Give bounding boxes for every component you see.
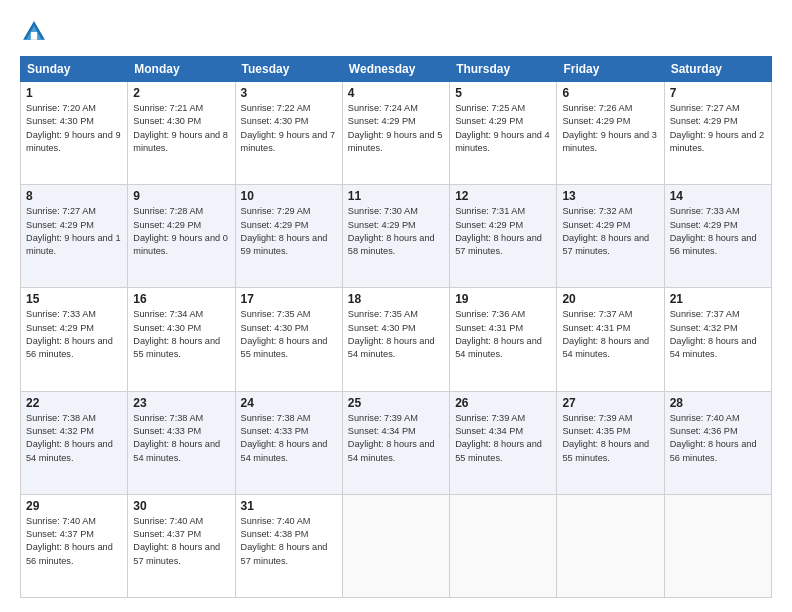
calendar-cell: 28 Sunrise: 7:40 AMSunset: 4:36 PMDaylig… xyxy=(664,391,771,494)
day-number: 17 xyxy=(241,292,337,306)
day-info: Sunrise: 7:39 AMSunset: 4:35 PMDaylight:… xyxy=(562,413,649,463)
calendar-cell: 21 Sunrise: 7:37 AMSunset: 4:32 PMDaylig… xyxy=(664,288,771,391)
day-number: 19 xyxy=(455,292,551,306)
day-info: Sunrise: 7:28 AMSunset: 4:29 PMDaylight:… xyxy=(133,206,228,256)
day-number: 14 xyxy=(670,189,766,203)
day-info: Sunrise: 7:26 AMSunset: 4:29 PMDaylight:… xyxy=(562,103,657,153)
calendar-cell: 27 Sunrise: 7:39 AMSunset: 4:35 PMDaylig… xyxy=(557,391,664,494)
day-number: 6 xyxy=(562,86,658,100)
day-info: Sunrise: 7:38 AMSunset: 4:32 PMDaylight:… xyxy=(26,413,113,463)
weekday-header-saturday: Saturday xyxy=(664,57,771,82)
calendar-cell: 7 Sunrise: 7:27 AMSunset: 4:29 PMDayligh… xyxy=(664,82,771,185)
day-number: 4 xyxy=(348,86,444,100)
day-info: Sunrise: 7:40 AMSunset: 4:38 PMDaylight:… xyxy=(241,516,328,566)
day-number: 3 xyxy=(241,86,337,100)
day-info: Sunrise: 7:40 AMSunset: 4:37 PMDaylight:… xyxy=(26,516,113,566)
day-info: Sunrise: 7:25 AMSunset: 4:29 PMDaylight:… xyxy=(455,103,550,153)
day-info: Sunrise: 7:36 AMSunset: 4:31 PMDaylight:… xyxy=(455,309,542,359)
day-info: Sunrise: 7:38 AMSunset: 4:33 PMDaylight:… xyxy=(241,413,328,463)
weekday-header-thursday: Thursday xyxy=(450,57,557,82)
calendar-cell: 22 Sunrise: 7:38 AMSunset: 4:32 PMDaylig… xyxy=(21,391,128,494)
calendar-cell: 30 Sunrise: 7:40 AMSunset: 4:37 PMDaylig… xyxy=(128,494,235,597)
day-number: 11 xyxy=(348,189,444,203)
calendar-page: SundayMondayTuesdayWednesdayThursdayFrid… xyxy=(0,0,792,612)
weekday-header-tuesday: Tuesday xyxy=(235,57,342,82)
day-info: Sunrise: 7:40 AMSunset: 4:36 PMDaylight:… xyxy=(670,413,757,463)
day-number: 27 xyxy=(562,396,658,410)
day-number: 24 xyxy=(241,396,337,410)
calendar-cell xyxy=(664,494,771,597)
day-number: 30 xyxy=(133,499,229,513)
day-number: 28 xyxy=(670,396,766,410)
day-info: Sunrise: 7:40 AMSunset: 4:37 PMDaylight:… xyxy=(133,516,220,566)
calendar-cell: 24 Sunrise: 7:38 AMSunset: 4:33 PMDaylig… xyxy=(235,391,342,494)
calendar-cell: 10 Sunrise: 7:29 AMSunset: 4:29 PMDaylig… xyxy=(235,185,342,288)
day-number: 13 xyxy=(562,189,658,203)
calendar-week-row: 22 Sunrise: 7:38 AMSunset: 4:32 PMDaylig… xyxy=(21,391,772,494)
day-info: Sunrise: 7:31 AMSunset: 4:29 PMDaylight:… xyxy=(455,206,542,256)
calendar-cell xyxy=(557,494,664,597)
calendar-cell: 26 Sunrise: 7:39 AMSunset: 4:34 PMDaylig… xyxy=(450,391,557,494)
calendar-cell: 13 Sunrise: 7:32 AMSunset: 4:29 PMDaylig… xyxy=(557,185,664,288)
calendar-week-row: 8 Sunrise: 7:27 AMSunset: 4:29 PMDayligh… xyxy=(21,185,772,288)
calendar-cell: 5 Sunrise: 7:25 AMSunset: 4:29 PMDayligh… xyxy=(450,82,557,185)
day-info: Sunrise: 7:39 AMSunset: 4:34 PMDaylight:… xyxy=(348,413,435,463)
day-info: Sunrise: 7:37 AMSunset: 4:31 PMDaylight:… xyxy=(562,309,649,359)
day-number: 12 xyxy=(455,189,551,203)
day-info: Sunrise: 7:35 AMSunset: 4:30 PMDaylight:… xyxy=(348,309,435,359)
day-info: Sunrise: 7:27 AMSunset: 4:29 PMDaylight:… xyxy=(26,206,121,256)
day-info: Sunrise: 7:34 AMSunset: 4:30 PMDaylight:… xyxy=(133,309,220,359)
calendar-week-row: 29 Sunrise: 7:40 AMSunset: 4:37 PMDaylig… xyxy=(21,494,772,597)
calendar-cell: 6 Sunrise: 7:26 AMSunset: 4:29 PMDayligh… xyxy=(557,82,664,185)
day-info: Sunrise: 7:29 AMSunset: 4:29 PMDaylight:… xyxy=(241,206,328,256)
logo-icon xyxy=(20,18,48,46)
day-number: 26 xyxy=(455,396,551,410)
weekday-header-friday: Friday xyxy=(557,57,664,82)
day-number: 23 xyxy=(133,396,229,410)
calendar-week-row: 15 Sunrise: 7:33 AMSunset: 4:29 PMDaylig… xyxy=(21,288,772,391)
calendar-cell: 16 Sunrise: 7:34 AMSunset: 4:30 PMDaylig… xyxy=(128,288,235,391)
calendar-cell: 1 Sunrise: 7:20 AMSunset: 4:30 PMDayligh… xyxy=(21,82,128,185)
calendar-cell: 2 Sunrise: 7:21 AMSunset: 4:30 PMDayligh… xyxy=(128,82,235,185)
calendar-cell: 12 Sunrise: 7:31 AMSunset: 4:29 PMDaylig… xyxy=(450,185,557,288)
day-number: 29 xyxy=(26,499,122,513)
calendar-cell: 9 Sunrise: 7:28 AMSunset: 4:29 PMDayligh… xyxy=(128,185,235,288)
weekday-header-sunday: Sunday xyxy=(21,57,128,82)
calendar-cell: 3 Sunrise: 7:22 AMSunset: 4:30 PMDayligh… xyxy=(235,82,342,185)
day-info: Sunrise: 7:37 AMSunset: 4:32 PMDaylight:… xyxy=(670,309,757,359)
calendar-cell: 14 Sunrise: 7:33 AMSunset: 4:29 PMDaylig… xyxy=(664,185,771,288)
day-info: Sunrise: 7:21 AMSunset: 4:30 PMDaylight:… xyxy=(133,103,228,153)
day-info: Sunrise: 7:33 AMSunset: 4:29 PMDaylight:… xyxy=(670,206,757,256)
day-info: Sunrise: 7:35 AMSunset: 4:30 PMDaylight:… xyxy=(241,309,328,359)
weekday-header-wednesday: Wednesday xyxy=(342,57,449,82)
calendar-cell: 18 Sunrise: 7:35 AMSunset: 4:30 PMDaylig… xyxy=(342,288,449,391)
day-number: 20 xyxy=(562,292,658,306)
day-number: 2 xyxy=(133,86,229,100)
logo xyxy=(20,18,52,46)
day-info: Sunrise: 7:32 AMSunset: 4:29 PMDaylight:… xyxy=(562,206,649,256)
calendar-table: SundayMondayTuesdayWednesdayThursdayFrid… xyxy=(20,56,772,598)
calendar-week-row: 1 Sunrise: 7:20 AMSunset: 4:30 PMDayligh… xyxy=(21,82,772,185)
calendar-cell: 29 Sunrise: 7:40 AMSunset: 4:37 PMDaylig… xyxy=(21,494,128,597)
day-number: 18 xyxy=(348,292,444,306)
calendar-cell xyxy=(450,494,557,597)
calendar-cell: 8 Sunrise: 7:27 AMSunset: 4:29 PMDayligh… xyxy=(21,185,128,288)
day-number: 1 xyxy=(26,86,122,100)
day-info: Sunrise: 7:39 AMSunset: 4:34 PMDaylight:… xyxy=(455,413,542,463)
calendar-cell: 17 Sunrise: 7:35 AMSunset: 4:30 PMDaylig… xyxy=(235,288,342,391)
calendar-cell: 4 Sunrise: 7:24 AMSunset: 4:29 PMDayligh… xyxy=(342,82,449,185)
calendar-cell: 15 Sunrise: 7:33 AMSunset: 4:29 PMDaylig… xyxy=(21,288,128,391)
day-info: Sunrise: 7:33 AMSunset: 4:29 PMDaylight:… xyxy=(26,309,113,359)
weekday-header-monday: Monday xyxy=(128,57,235,82)
day-info: Sunrise: 7:24 AMSunset: 4:29 PMDaylight:… xyxy=(348,103,443,153)
day-number: 5 xyxy=(455,86,551,100)
day-number: 21 xyxy=(670,292,766,306)
day-info: Sunrise: 7:30 AMSunset: 4:29 PMDaylight:… xyxy=(348,206,435,256)
day-number: 25 xyxy=(348,396,444,410)
day-number: 8 xyxy=(26,189,122,203)
calendar-cell: 31 Sunrise: 7:40 AMSunset: 4:38 PMDaylig… xyxy=(235,494,342,597)
day-number: 16 xyxy=(133,292,229,306)
calendar-cell: 19 Sunrise: 7:36 AMSunset: 4:31 PMDaylig… xyxy=(450,288,557,391)
day-info: Sunrise: 7:38 AMSunset: 4:33 PMDaylight:… xyxy=(133,413,220,463)
calendar-cell: 11 Sunrise: 7:30 AMSunset: 4:29 PMDaylig… xyxy=(342,185,449,288)
